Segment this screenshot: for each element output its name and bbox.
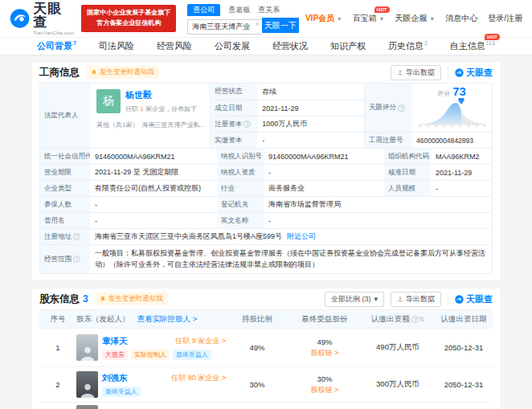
notify-on-change-badge[interactable]: 发生变更时通知我 [86, 66, 159, 79]
legal-rep-other-label: 其他（共1家） [96, 121, 138, 129]
shareholder-row: 3 李瑞玉任职 6 家企业 > 21% 21%股权链 > 210万人民币 205… [39, 402, 493, 409]
info-icon: ? [73, 233, 80, 240]
shareholders-count: 3 [83, 293, 88, 305]
field-value: - [264, 213, 492, 228]
field-label: 注册地址? [40, 229, 90, 244]
business-info-card: 工商信息 发生变更时通知我 导出数据 天眼查 [31, 61, 501, 281]
field-value: 有限责任公司(自然人投资或控股) [90, 181, 217, 196]
field-label: 营业期限 [40, 165, 90, 180]
employment-link[interactable]: 任职 9 家企业 > [175, 336, 226, 346]
field-value: - [431, 181, 492, 196]
shareholding-ratio: 30% [226, 380, 289, 389]
field-label: 参保人数 [40, 197, 90, 212]
subscribed-date: 2050-12-31 [435, 343, 493, 352]
tab-operation-status[interactable]: 经营状况 [272, 40, 308, 52]
section-title-shareholders: 股东信息 [39, 292, 80, 306]
equity-chain-link[interactable]: 股权链 > [289, 348, 361, 358]
login-register-link[interactable]: 登录/注册 [488, 13, 522, 24]
field-label: 纳税人识别号? [217, 149, 264, 164]
field-value: 存续 [257, 84, 364, 100]
logo-text: 天眼查 [33, 2, 75, 29]
message-center-link[interactable]: 消息中心 [445, 13, 477, 24]
sort-icon[interactable]: ⇅ [419, 316, 424, 323]
legal-rep-company-link[interactable]: 海南三亚天博产业私... [141, 121, 205, 129]
field-label: 成立日期 [211, 100, 257, 116]
info-icon: ? [73, 256, 80, 263]
shareholder-name-link[interactable]: 章泽天 [102, 336, 128, 347]
export-data-button[interactable]: 导出数据 [391, 292, 441, 307]
legal-rep-cell: 杨 杨世毅 任职 1 家企业，分布如下 其他（共1家 [90, 84, 211, 148]
equity-chain-link[interactable]: 股权链 > [289, 385, 361, 395]
official-credential-banner: 国家中小企业发展子基金旗下 官方备案企业征信机构 [81, 5, 176, 32]
shareholder-row: 2 刘强东任职 80 家企业 > 最终受益人 30% 30%股权链 > 300万… [39, 366, 493, 402]
shareholder-photo [76, 405, 98, 409]
chevron-down-icon: ▾ [374, 295, 378, 303]
eye-logo-icon [455, 295, 464, 304]
tianyancha-score[interactable]: 评分73 [411, 84, 492, 132]
field-value: - [264, 165, 384, 180]
score-marker-pin [458, 98, 464, 104]
field-label: 企业类型 [40, 181, 90, 196]
shareholders-table: 序号 股东（发起人）查看实际控股人 > 持股比例 最终受益股份 认缴出资额 ?⇅… [39, 309, 493, 409]
legal-rep-positions: 任职 1 家企业，分布如下 [125, 104, 197, 113]
shareholder-name-link[interactable]: 刘强东 [102, 373, 128, 384]
field-label: 人员规模 [384, 181, 431, 196]
tab-company-development[interactable]: 公司发展 [215, 40, 250, 52]
tab-intellectual-property[interactable]: 知识产权 [330, 40, 366, 52]
info-icon: ? [411, 316, 419, 323]
field-label: 统一社会信用代码? [40, 149, 90, 164]
subscribed-amount: 300万人民币 [361, 379, 435, 390]
eye-logo-icon [10, 8, 30, 29]
col-header-no: 序号 [39, 314, 76, 325]
shareholder-photo [76, 371, 98, 398]
field-value: - [257, 133, 364, 148]
search-area: 查公司 查老板 查关系 × 天眼一下 [187, 4, 299, 33]
top-header: 天眼查 TianYanCha.com 国家中小企业发展子基金旗下 官方备案企业征… [0, 0, 532, 37]
company-tab-nav: 公司背景7 司法风险 经营风险 公司发展 经营状况 知识产权 历史信息2 自主信… [0, 37, 532, 55]
employment-link[interactable]: 任职 80 家企业 > [171, 373, 226, 383]
search-input[interactable] [187, 19, 262, 35]
tab-judicial-risk[interactable]: 司法风险 [99, 40, 134, 52]
tianyancha-watermark: 天眼查 [448, 293, 493, 305]
legal-rep-name-link[interactable]: 杨世毅 [125, 89, 197, 101]
export-data-button[interactable]: 导出数据 [391, 65, 441, 80]
nearby-companies-link[interactable]: 附近公司 [287, 231, 316, 242]
tianyancha-logo[interactable]: 天眼查 TianYanCha.com [10, 2, 75, 35]
tab-company-background[interactable]: 公司背景7 [37, 40, 76, 52]
field-value: 2021-11-29 至 无固定期限 [90, 165, 217, 180]
field-label: 曾用名 [40, 213, 90, 228]
field-label: 组织机构代码? [384, 149, 431, 164]
tab-operation-risk[interactable]: 经营风险 [157, 40, 192, 52]
field-value: 1000万人民币 [257, 117, 364, 132]
info-icon: ? [243, 121, 251, 128]
search-tab-boss[interactable]: 查老板 [228, 4, 250, 16]
field-label: 工商注册号 [365, 133, 411, 148]
tag-actual-controller: 实际控制人 [131, 350, 170, 360]
subscribed-amount: 490万人民币 [361, 342, 435, 353]
row-number: 1 [39, 343, 76, 352]
search-tab-company[interactable]: 查公司 [187, 4, 220, 16]
vip-member-link[interactable]: VIP会员 ▼ [305, 13, 342, 24]
clear-search-icon[interactable]: × [256, 20, 260, 30]
search-tab-relation[interactable]: 查关系 [258, 4, 280, 16]
section-title-business-info: 工商信息 [39, 66, 80, 80]
shareholder-row: 1 章泽天任职 9 家企业 > 大股东 实际控制人 最终受益人 49% [39, 328, 493, 366]
ratio-filter-dropdown[interactable]: 全部比例 (3)▾ [325, 292, 384, 307]
benefit-share-cell: 49%股权链 > [289, 337, 361, 358]
logo-subtext: TianYanCha.com [33, 31, 75, 35]
notify-on-change-badge[interactable]: 发生变更时通知我 [95, 292, 168, 305]
field-label: 登记机关 [217, 197, 264, 212]
tab-history-info[interactable]: 历史信息2 [388, 40, 428, 52]
view-actual-controller-link[interactable]: 查看实际控股人 > [137, 314, 198, 325]
enterprise-service-link[interactable]: 天眼企服 ▼ [395, 13, 436, 24]
col-header-amount: 认缴出资额 ?⇅ [361, 314, 435, 325]
toolbox-link[interactable]: HOT百宝箱 ▼ [353, 13, 385, 24]
field-label: 注册资本? [211, 117, 257, 132]
tab-self-info[interactable]: 自主信息113HOT [450, 40, 495, 52]
field-value: 460000004842893 [411, 133, 492, 148]
shareholding-ratio: 49% [226, 343, 289, 352]
field-label: 经营范围? [40, 245, 90, 273]
field-value: 商务服务业 [264, 181, 384, 196]
search-button[interactable]: 天眼一下 [262, 18, 299, 33]
tianyancha-company-page: 天眼查 TianYanCha.com 国家中小企业发展子基金旗下 官方备案企业征… [0, 0, 532, 409]
